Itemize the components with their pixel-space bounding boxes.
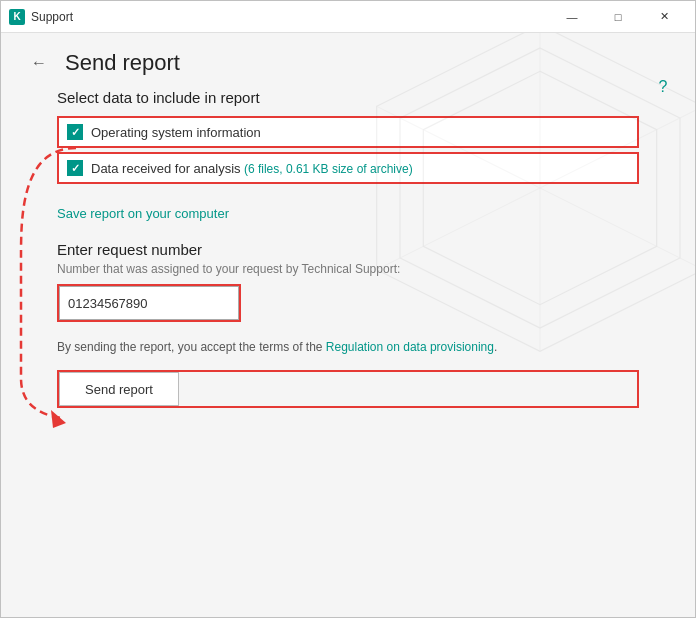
os-info-label: Operating system information (91, 125, 261, 140)
minimize-button[interactable]: — (549, 1, 595, 33)
data-analysis-checkbox-item[interactable]: Data received for analysis (6 files, 0.6… (57, 152, 639, 184)
content-area: ? ← Send report Select data to include i… (1, 33, 695, 617)
back-button[interactable]: ← (25, 49, 53, 77)
os-info-checkbox[interactable] (67, 124, 83, 140)
close-button[interactable]: ✕ (641, 1, 687, 33)
form-area: Select data to include in report Operati… (1, 89, 695, 428)
data-selection-section: Select data to include in report Operati… (57, 89, 639, 188)
os-info-checkbox-item[interactable]: Operating system information (57, 116, 639, 148)
help-button[interactable]: ? (651, 75, 675, 99)
maximize-button[interactable]: □ (595, 1, 641, 33)
save-report-link[interactable]: Save report on your computer (57, 206, 639, 221)
request-input-wrapper (57, 284, 241, 322)
send-report-button[interactable]: Send report (59, 372, 179, 406)
request-number-section: Enter request number Number that was ass… (57, 241, 639, 322)
window-title: Support (31, 10, 549, 24)
page-header: ← Send report (1, 33, 695, 89)
data-section-title: Select data to include in report (57, 89, 639, 106)
titlebar: K Support — □ ✕ (1, 1, 695, 33)
main-window: K Support — □ ✕ ? ← Send report (0, 0, 696, 618)
regulation-link[interactable]: Regulation on data provisioning (326, 340, 494, 354)
data-analysis-label: Data received for analysis (6 files, 0.6… (91, 161, 413, 176)
request-section-title: Enter request number (57, 241, 639, 258)
request-section-subtitle: Number that was assigned to your request… (57, 262, 639, 276)
request-number-input[interactable] (59, 286, 239, 320)
terms-text: By sending the report, you accept the te… (57, 338, 639, 356)
send-button-wrapper: Send report (57, 370, 639, 408)
page-title: Send report (65, 50, 180, 76)
window-controls: — □ ✕ (549, 1, 687, 33)
data-analysis-meta: (6 files, 0.61 KB size of archive) (241, 162, 413, 176)
data-analysis-checkbox[interactable] (67, 160, 83, 176)
app-icon: K (9, 9, 25, 25)
